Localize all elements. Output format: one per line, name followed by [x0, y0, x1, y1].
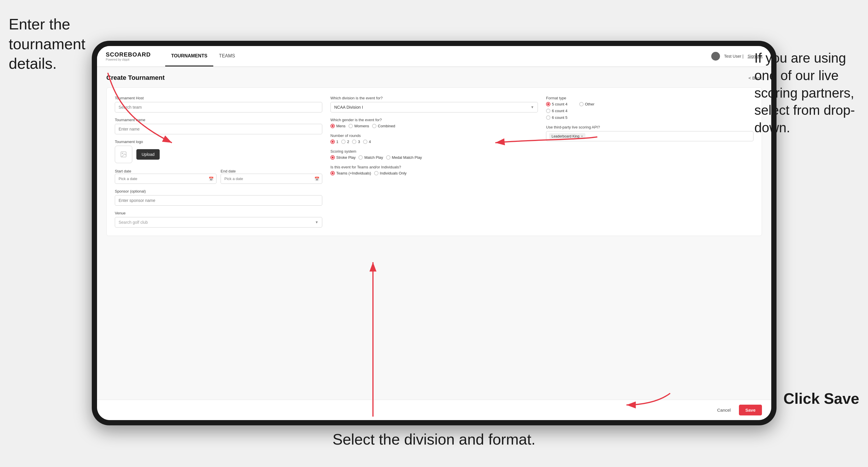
scoring-match-radio[interactable]	[359, 155, 363, 160]
teams-with-individuals[interactable]: Teams (+Individuals)	[331, 171, 371, 176]
end-date-wrap: 📅	[221, 174, 322, 184]
annotation-save-bold: Save	[824, 390, 859, 407]
rounds-2[interactable]: 2	[341, 139, 349, 144]
format-6count5[interactable]: 6 count 5	[546, 115, 567, 120]
tournament-name-label: Tournament name	[115, 118, 322, 122]
rounds-2-radio[interactable]	[341, 139, 346, 144]
teams-group: Is this event for Teams and/or Individua…	[331, 165, 538, 176]
format-row-1: 5 count 4 Other	[546, 102, 753, 106]
rounds-1[interactable]: 1	[331, 139, 338, 144]
tournament-host-group: Tournament Host	[115, 96, 322, 113]
gender-label: Which gender is the event for?	[331, 118, 538, 122]
tablet-frame: SCOREBOARD Powered by clippit TOURNAMENT…	[92, 41, 776, 425]
gender-combined[interactable]: Combined	[372, 124, 395, 128]
rounds-3[interactable]: 3	[352, 139, 360, 144]
format-other-label: Other	[585, 102, 595, 106]
scoring-medal-radio[interactable]	[386, 155, 391, 160]
cancel-button[interactable]: Cancel	[712, 405, 736, 415]
annotation-live-scoring: If you are using one of our live scoring…	[754, 50, 859, 137]
format-type-label: Format type	[546, 96, 753, 100]
gender-mens[interactable]: Mens	[331, 124, 346, 128]
scoring-medal-label: Medal Match Play	[392, 155, 422, 160]
teams-label: Is this event for Teams and/or Individua…	[331, 165, 538, 169]
logo-area: SCOREBOARD Powered by clippit	[106, 51, 151, 61]
scoring-stroke-radio[interactable]	[331, 155, 335, 160]
teams-with-individuals-radio[interactable]	[331, 171, 335, 176]
rounds-label: Number of rounds	[331, 133, 538, 138]
tournament-host-label: Tournament Host	[115, 96, 322, 100]
format-other[interactable]: Other	[579, 102, 595, 106]
rounds-3-radio[interactable]	[352, 139, 356, 144]
end-date-input[interactable]	[221, 174, 322, 184]
nav-user-text: Test User |	[724, 54, 744, 59]
page-title: Create Tournament	[106, 74, 165, 82]
format-5count4[interactable]: 5 count 4	[546, 102, 567, 106]
live-scoring-input[interactable]: Leaderboard King ×	[546, 131, 753, 141]
individuals-only[interactable]: Individuals Only	[374, 171, 407, 176]
rounds-4[interactable]: 4	[363, 139, 371, 144]
scoring-medal[interactable]: Medal Match Play	[386, 155, 422, 160]
scoring-match-label: Match Play	[364, 155, 383, 160]
rounds-radio-group: 1 2 3	[331, 139, 538, 144]
gender-womens[interactable]: Womens	[348, 124, 369, 128]
logo-preview	[115, 146, 132, 163]
scoring-radio-group: Stroke Play Match Play Medal Match Play	[331, 155, 538, 160]
division-group: Which division is the event for? NCAA Di…	[331, 96, 538, 113]
calendar-icon-end: 📅	[314, 177, 319, 181]
gender-group: Which gender is the event for? Mens Wome…	[331, 118, 538, 128]
form-section-middle: Which division is the event for? NCAA Di…	[331, 96, 538, 227]
format-6count4-radio[interactable]	[546, 109, 550, 113]
start-date-label: Start date	[115, 169, 131, 173]
sponsor-input[interactable]	[115, 195, 322, 206]
save-button[interactable]: Save	[739, 405, 762, 415]
live-scoring-group: Use third-party live scoring API? Leader…	[546, 125, 753, 141]
tournament-name-input[interactable]	[115, 124, 322, 134]
annotation-enter-tournament: Enter the tournament details.	[9, 14, 90, 74]
rounds-1-radio[interactable]	[331, 139, 335, 144]
nav-link-teams[interactable]: TEAMS	[213, 46, 241, 66]
form-footer: Cancel Save	[97, 400, 771, 420]
form-section-left: Tournament Host Tournament name Tourname…	[115, 96, 322, 227]
format-5count4-label: 5 count 4	[552, 102, 567, 106]
tournament-host-input[interactable]	[115, 102, 322, 113]
svg-point-1	[122, 153, 123, 154]
format-6count5-radio[interactable]	[546, 115, 550, 120]
format-row-2: 6 count 4	[546, 109, 753, 113]
division-select[interactable]: NCAA Division I ▼	[331, 102, 538, 113]
venue-label: Venue	[115, 211, 322, 215]
format-type-group: Format type 5 count 4 Other	[546, 96, 753, 120]
rounds-3-label: 3	[358, 139, 360, 144]
format-other-radio[interactable]	[579, 102, 584, 106]
gender-mens-radio[interactable]	[331, 124, 335, 128]
rounds-4-radio[interactable]	[363, 139, 367, 144]
live-scoring-tag-remove[interactable]: ×	[581, 134, 583, 138]
upload-button[interactable]: Upload	[136, 149, 160, 160]
division-chevron: ▼	[531, 105, 534, 109]
format-5count4-radio[interactable]	[546, 102, 550, 106]
format-6count4[interactable]: 6 count 4	[546, 109, 567, 113]
individuals-only-radio[interactable]	[374, 171, 378, 176]
scoring-stroke[interactable]: Stroke Play	[331, 155, 355, 160]
gender-combined-radio[interactable]	[372, 124, 376, 128]
tournament-name-group: Tournament name	[115, 118, 322, 134]
form-columns: Tournament Host Tournament name Tourname…	[115, 96, 753, 227]
rounds-group: Number of rounds 1 2	[331, 133, 538, 144]
tablet-screen: SCOREBOARD Powered by clippit TOURNAMENT…	[97, 46, 771, 420]
venue-select[interactable]: Search golf club ▼	[115, 217, 322, 227]
form-card: Tournament Host Tournament name Tourname…	[106, 87, 762, 236]
venue-group: Venue Search golf club ▼	[115, 211, 322, 227]
scoring-match[interactable]: Match Play	[359, 155, 383, 160]
logo-sub: Powered by clippit	[106, 58, 151, 61]
form-section-right: Format type 5 count 4 Other	[546, 96, 753, 227]
venue-chevron: ▼	[315, 220, 318, 224]
live-scoring-label: Use third-party live scoring API?	[546, 125, 753, 129]
division-value: NCAA Division I	[334, 105, 363, 110]
nav-link-tournaments[interactable]: TOURNAMENTS	[165, 46, 213, 66]
calendar-icon: 📅	[209, 177, 214, 181]
start-date-input[interactable]	[115, 174, 216, 184]
scoring-stroke-label: Stroke Play	[336, 155, 355, 160]
teams-with-individuals-label: Teams (+Individuals)	[336, 171, 371, 176]
rounds-1-label: 1	[336, 139, 338, 144]
end-date-group: End date 📅	[221, 168, 322, 184]
gender-womens-radio[interactable]	[348, 124, 353, 128]
